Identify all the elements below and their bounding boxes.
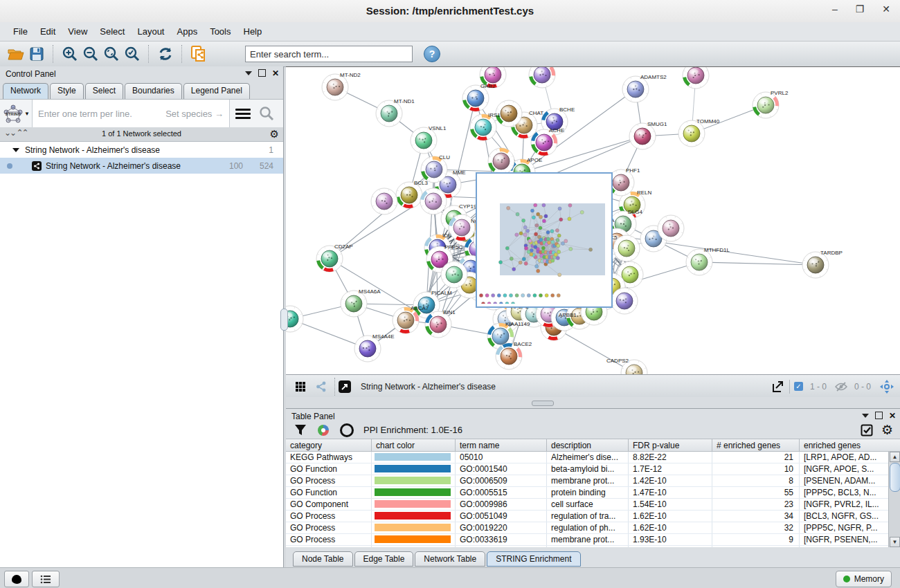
string-options-icon[interactable] bbox=[235, 106, 251, 121]
selected-nodes-icon[interactable]: ✓ bbox=[794, 382, 803, 391]
string-network-icon bbox=[32, 161, 42, 171]
tab-string-enrichment[interactable]: STRING Enrichment bbox=[487, 551, 580, 567]
scroll-down-icon[interactable]: ▼ bbox=[890, 537, 900, 547]
column-header[interactable]: # enriched genes bbox=[712, 439, 800, 451]
menu-file[interactable]: File bbox=[7, 24, 34, 39]
ring-chart-icon[interactable] bbox=[340, 423, 354, 437]
menu-select[interactable]: Select bbox=[93, 24, 131, 39]
table-row[interactable]: GO FunctionGO:0001540beta-amyloid bi...1… bbox=[286, 463, 888, 475]
menu-tools[interactable]: Tools bbox=[204, 24, 237, 39]
enrichment-settings-icon[interactable]: ⚙ bbox=[881, 425, 893, 435]
table-row[interactable]: GO ProcessGO:0051049regulation of tra...… bbox=[286, 511, 888, 522]
table-row[interactable]: GO FunctionGO:0005515protein binding1.47… bbox=[286, 487, 888, 499]
column-header[interactable]: term name bbox=[456, 439, 547, 451]
network-node[interactable] bbox=[529, 67, 555, 88]
node-label: BCHE bbox=[559, 107, 575, 113]
search-input[interactable] bbox=[245, 46, 413, 62]
network-node[interactable] bbox=[371, 188, 397, 214]
network-from-clipboard-icon[interactable] bbox=[188, 44, 209, 64]
collection-expand-icon[interactable] bbox=[12, 148, 19, 152]
grid-view-icon[interactable] bbox=[290, 377, 311, 396]
table-row[interactable]: GO ProcessGO:0050435beta-amyloid m...2.0… bbox=[286, 546, 888, 547]
network-node[interactable] bbox=[658, 215, 684, 241]
welcome-screen-button[interactable] bbox=[4, 571, 29, 587]
table-scrollbar[interactable]: ▲ ▼ bbox=[888, 452, 900, 547]
tab-style[interactable]: Style bbox=[50, 83, 84, 99]
export-network-icon[interactable] bbox=[771, 380, 785, 394]
zoom-selected-icon[interactable] bbox=[122, 44, 143, 64]
menu-bar: FileEditViewSelectLayoutAppsToolsHelp bbox=[0, 22, 900, 42]
tab-edge-table[interactable]: Edge Table bbox=[354, 551, 414, 567]
network-node[interactable] bbox=[611, 288, 638, 314]
scroll-thumb[interactable] bbox=[890, 463, 900, 492]
network-row-selected[interactable]: String Network - Alzheimer's disease 100… bbox=[0, 158, 283, 174]
close-panel-icon[interactable]: ✕ bbox=[272, 70, 279, 77]
tab-node-table[interactable]: Node Table bbox=[293, 551, 353, 567]
network-collection-row[interactable]: String Network - Alzheimer's disease 1 bbox=[0, 142, 283, 158]
table-row[interactable]: GO ProcessGO:0006509membrane prot...1.42… bbox=[286, 475, 888, 487]
tab-boundaries[interactable]: Boundaries bbox=[125, 83, 182, 99]
network-node[interactable] bbox=[441, 261, 467, 288]
network-node[interactable] bbox=[613, 235, 640, 261]
table-row[interactable]: GO ProcessGO:0019220regulation of ph...1… bbox=[286, 522, 888, 534]
zoom-fit-icon[interactable] bbox=[101, 44, 122, 64]
panel-splitter-handle[interactable] bbox=[280, 309, 288, 331]
menu-help[interactable]: Help bbox=[237, 24, 269, 39]
task-history-button[interactable] bbox=[32, 571, 60, 587]
string-term-input[interactable]: Enter one term per line. Set species → bbox=[32, 100, 230, 127]
network-selection-bar: ⌄⌄ ⌃⌃ 1 of 1 Network selected ⚙ bbox=[0, 127, 283, 142]
network-node[interactable] bbox=[683, 67, 709, 89]
scroll-up-icon[interactable]: ▲ bbox=[890, 452, 900, 462]
string-dropdown-caret[interactable]: ▼ bbox=[24, 111, 30, 117]
table-float-icon[interactable] bbox=[875, 412, 883, 419]
horizontal-splitter[interactable] bbox=[286, 397, 900, 408]
table-row[interactable]: GO ComponentGO:0009986cell surface1.54E-… bbox=[286, 499, 888, 511]
table-panel-menu-icon[interactable] bbox=[862, 414, 869, 418]
fit-selected-icon[interactable] bbox=[879, 379, 894, 394]
table-close-icon[interactable]: ✕ bbox=[889, 412, 896, 419]
menu-apps[interactable]: Apps bbox=[171, 24, 204, 39]
tab-legend-panel[interactable]: Legend Panel bbox=[183, 83, 250, 99]
float-panel-icon[interactable] bbox=[258, 69, 266, 77]
table-row[interactable]: KEGG Pathways05010Alzheimer's dise...8.8… bbox=[286, 452, 888, 463]
maximize-button[interactable]: ❐ bbox=[856, 3, 865, 15]
column-header[interactable]: description bbox=[547, 439, 629, 451]
menu-edit[interactable]: Edit bbox=[34, 24, 62, 39]
tab-select[interactable]: Select bbox=[85, 83, 123, 99]
string-search-icon[interactable] bbox=[259, 106, 274, 121]
column-header[interactable]: category bbox=[286, 439, 372, 451]
share-view-icon[interactable] bbox=[311, 377, 332, 396]
filter-icon[interactable] bbox=[294, 424, 307, 437]
close-button[interactable]: ✕ bbox=[882, 3, 890, 15]
network-node[interactable] bbox=[286, 306, 303, 332]
zoom-out-icon[interactable] bbox=[80, 44, 101, 64]
zoom-in-icon[interactable] bbox=[60, 44, 80, 64]
column-header[interactable]: FDR p-value bbox=[629, 439, 712, 451]
menu-layout[interactable]: Layout bbox=[131, 24, 170, 39]
help-icon[interactable]: ? bbox=[424, 46, 440, 62]
column-header[interactable]: enriched genes bbox=[800, 439, 888, 451]
birds-eye-view[interactable] bbox=[476, 172, 613, 308]
node-label: GAB2 bbox=[480, 83, 496, 89]
network-panel-gear-icon[interactable]: ⚙ bbox=[270, 129, 279, 139]
refresh-icon[interactable] bbox=[155, 44, 176, 64]
pie-chart-icon[interactable] bbox=[318, 425, 329, 436]
save-session-icon[interactable] bbox=[26, 44, 47, 64]
set-species-hint[interactable]: Set species → bbox=[165, 109, 224, 119]
menu-view[interactable]: View bbox=[62, 24, 93, 39]
column-header[interactable]: chart color bbox=[372, 439, 456, 451]
select-columns-icon[interactable] bbox=[861, 424, 873, 437]
table-header: categorychart colorterm namedescriptionF… bbox=[286, 439, 900, 452]
string-app-icon[interactable]: STRING bbox=[3, 104, 24, 124]
minimize-button[interactable]: – bbox=[832, 3, 838, 15]
tab-network-table[interactable]: Network Table bbox=[415, 551, 485, 567]
memory-button[interactable]: Memory bbox=[836, 571, 892, 587]
panel-menu-icon[interactable] bbox=[245, 71, 252, 75]
open-in-browser-icon[interactable] bbox=[339, 380, 351, 393]
network-node[interactable] bbox=[420, 188, 447, 214]
hidden-items-icon[interactable] bbox=[835, 382, 847, 392]
network-node[interactable] bbox=[488, 148, 514, 174]
table-row[interactable]: GO ProcessGO:0033619membrane prot...1.93… bbox=[286, 534, 888, 546]
open-session-icon[interactable] bbox=[6, 44, 26, 64]
tab-network[interactable]: Network bbox=[3, 83, 48, 99]
